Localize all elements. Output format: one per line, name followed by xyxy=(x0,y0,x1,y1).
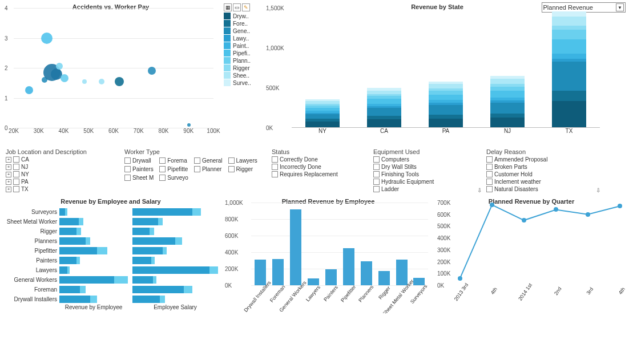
data-point[interactable] xyxy=(61,74,68,82)
tree-item[interactable]: +TX xyxy=(6,186,120,192)
filter-checkbox-item[interactable]: Inclement weather xyxy=(486,179,600,185)
hbar-row[interactable]: Planners xyxy=(2,236,219,246)
stack-segment[interactable] xyxy=(552,30,586,39)
checkbox[interactable] xyxy=(373,164,380,170)
stack-segment[interactable] xyxy=(552,91,586,101)
filter-checkbox-item[interactable]: Rigger xyxy=(228,166,257,172)
checkbox[interactable] xyxy=(159,166,166,172)
data-point[interactable] xyxy=(115,77,124,86)
bar-segment[interactable] xyxy=(132,218,158,225)
stack-segment[interactable] xyxy=(429,115,463,119)
checkbox[interactable] xyxy=(124,175,131,181)
expand-icon[interactable]: + xyxy=(6,172,11,177)
checkbox[interactable] xyxy=(13,164,19,170)
bar-segment[interactable] xyxy=(59,266,67,274)
bar-segment[interactable] xyxy=(132,247,163,254)
expand-icon[interactable]: + xyxy=(6,187,11,192)
bar-segment[interactable] xyxy=(132,286,184,293)
data-point[interactable] xyxy=(82,79,87,84)
filter-checkbox-item[interactable]: Ammended Proposal xyxy=(486,156,600,163)
bar-segment[interactable] xyxy=(132,237,175,245)
checkbox[interactable] xyxy=(159,175,166,181)
bar[interactable] xyxy=(325,269,337,285)
legend-item[interactable]: Lawy.. xyxy=(224,35,256,42)
filter-checkbox-item[interactable]: Surveyo xyxy=(159,175,188,181)
data-point[interactable] xyxy=(148,67,156,75)
stack-segment[interactable] xyxy=(367,119,401,127)
filter-checkbox-item[interactable]: Planner xyxy=(194,166,223,172)
checkbox[interactable] xyxy=(486,179,493,185)
checkbox[interactable] xyxy=(272,171,278,177)
data-point[interactable] xyxy=(187,123,191,127)
stack-segment[interactable] xyxy=(305,122,340,127)
bar-segment[interactable] xyxy=(59,228,76,235)
expand-icon[interactable]: + xyxy=(6,164,11,170)
hbar-row[interactable]: Painters xyxy=(2,256,219,265)
expand-icon[interactable]: + xyxy=(6,157,11,163)
bar[interactable] xyxy=(343,248,354,285)
grid-icon[interactable]: ▦ xyxy=(224,3,232,11)
filter-checkbox-item[interactable]: Hydraulic Equipment xyxy=(373,179,482,185)
checkbox[interactable] xyxy=(194,157,200,164)
legend-item[interactable]: Rigger xyxy=(224,64,256,71)
pencil-icon[interactable]: ✎ xyxy=(242,3,250,11)
checkbox[interactable] xyxy=(486,171,493,177)
tree-item[interactable]: +PA xyxy=(6,179,120,185)
stack-column[interactable] xyxy=(305,99,340,127)
hbar-row[interactable]: Drywall Installers xyxy=(2,294,219,304)
stack-segment[interactable] xyxy=(552,26,586,30)
data-point[interactable] xyxy=(554,207,558,212)
bar[interactable] xyxy=(255,260,266,285)
line-plot-area[interactable] xyxy=(460,203,620,285)
stack-column[interactable] xyxy=(552,11,586,127)
tree-item[interactable]: +CA xyxy=(6,156,120,163)
bar-segment[interactable] xyxy=(132,208,192,216)
filter-checkbox-item[interactable]: Sheet M xyxy=(124,175,154,181)
filter-checkbox-item[interactable]: Broken Parts xyxy=(486,164,600,170)
expand-icon[interactable]: + xyxy=(6,179,11,185)
stack-segment[interactable] xyxy=(490,79,525,83)
stack-segment[interactable] xyxy=(490,114,525,118)
checkbox[interactable] xyxy=(124,166,131,172)
filter-checkbox-item[interactable]: Requires Replacement xyxy=(272,171,369,177)
checkbox[interactable] xyxy=(373,156,380,163)
hbar-row[interactable]: Pipefitter xyxy=(2,246,219,256)
data-point[interactable] xyxy=(522,218,526,223)
checkbox[interactable] xyxy=(13,171,19,177)
stacked-plot-area[interactable] xyxy=(292,8,600,128)
filter-checkbox-item[interactable]: General xyxy=(194,157,223,164)
legend-item[interactable]: Dryw.. xyxy=(224,13,256,19)
checkbox[interactable] xyxy=(373,186,380,192)
bar-segment[interactable] xyxy=(132,257,151,264)
stack-segment[interactable] xyxy=(490,103,525,113)
card-icon[interactable]: ▭ xyxy=(233,3,241,11)
bar-segment[interactable] xyxy=(59,296,90,303)
filter-checkbox-item[interactable]: Dry Wall Stilts xyxy=(373,164,482,170)
bar[interactable] xyxy=(290,209,301,285)
data-point[interactable] xyxy=(41,33,53,44)
stack-segment[interactable] xyxy=(367,99,401,103)
stack-column[interactable] xyxy=(490,76,525,127)
checkbox[interactable] xyxy=(13,179,19,185)
bar-segment[interactable] xyxy=(59,237,86,245)
stack-segment[interactable] xyxy=(429,119,463,127)
hbar-row[interactable]: Sheet Metal Worker xyxy=(2,217,219,227)
checkbox[interactable] xyxy=(272,164,278,170)
checkbox[interactable] xyxy=(486,186,493,192)
stack-segment[interactable] xyxy=(552,39,586,54)
checkbox[interactable] xyxy=(228,157,235,164)
line-series[interactable] xyxy=(460,205,620,278)
legend-item[interactable]: Fore.. xyxy=(224,20,256,27)
stack-segment[interactable] xyxy=(429,105,463,115)
legend-item[interactable]: Shee.. xyxy=(224,72,256,79)
filter-checkbox-item[interactable]: Customer Hold xyxy=(486,171,600,177)
hbar-row[interactable]: Foreman xyxy=(2,285,219,294)
bar[interactable] xyxy=(272,259,284,285)
data-point[interactable] xyxy=(586,212,590,217)
bar-segment[interactable] xyxy=(59,208,65,216)
checkbox[interactable] xyxy=(486,164,493,170)
data-point[interactable] xyxy=(490,203,494,207)
bar-segment[interactable] xyxy=(132,228,150,235)
data-point[interactable] xyxy=(458,276,462,281)
filter-checkbox-item[interactable]: Natural Disasters xyxy=(486,186,600,192)
